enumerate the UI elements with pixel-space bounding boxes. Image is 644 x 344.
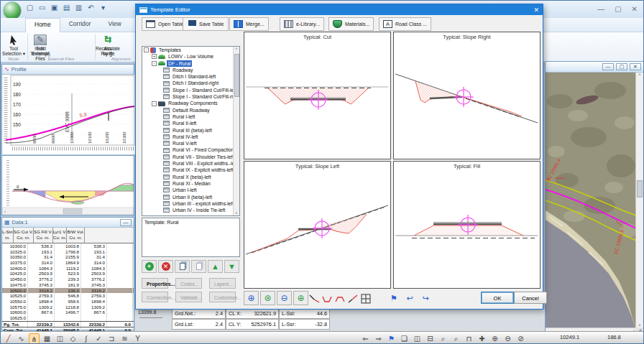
e-library-button[interactable]: e-Library...	[280, 17, 324, 31]
lock-icon[interactable]: ⊓	[464, 333, 474, 344]
tree-item-roadway[interactable]: Roadway	[142, 67, 239, 73]
cross-section-view-icon[interactable]: ⋔	[29, 333, 40, 344]
minimize-button[interactable]: —	[597, 5, 604, 13]
tree-item[interactable]: Rural VI - Fixed Compaction-left	[142, 147, 239, 153]
preview-pane-cut[interactable]: Typical: Cut	[244, 32, 391, 159]
tree-item[interactable]: Rural XI - Median	[142, 180, 239, 187]
table-row[interactable]: 10600.0 867.6 1496.7 867.6	[2, 310, 134, 315]
plan-map-view[interactable]: BC 10581.4 EC 10935.9	[546, 73, 636, 327]
paste-button[interactable]	[191, 260, 206, 273]
table-row[interactable]: 10325.0 193.1 1796.8 193.1	[2, 249, 134, 255]
preview-pane-slope-left[interactable]: Typical: Slope Left	[244, 161, 391, 289]
tree-item[interactable]: Rural IX - Explicit widths-left	[142, 167, 239, 173]
back-icon[interactable]: ⇐	[360, 333, 371, 344]
tree-item[interactable]: Slope I - Standard Cut/Fill-left	[142, 87, 239, 93]
zoom-window-icon[interactable]: ⌕	[438, 333, 448, 344]
tree-item[interactable]: Ditch I Standard-right	[142, 80, 239, 86]
tree-item[interactable]: Default Roadway	[142, 107, 239, 113]
culvert-icon[interactable]: ✓	[93, 333, 104, 344]
map-window-titlebar[interactable]: — ▢ ✕	[546, 62, 643, 73]
tree-item[interactable]: Urban I-left	[142, 187, 239, 193]
map-maximize-button[interactable]: ▢	[616, 63, 627, 70]
template-description[interactable]: Template: Rural	[142, 218, 240, 257]
profile-view-icon[interactable]: ∿	[16, 333, 27, 344]
save-table-button[interactable]: Save Table	[183, 17, 229, 31]
tree-vscrollbar[interactable]: ˄˅	[233, 47, 239, 215]
layers-button[interactable]: Layers...	[209, 278, 236, 289]
properties-button[interactable]: Properties...	[142, 278, 168, 289]
table-row[interactable]: 10450.0 3776.2 239.3 3776.2	[2, 276, 134, 282]
tree-item-lowv[interactable]: + LOWV - Low Volume	[142, 53, 239, 60]
zoom-out-icon[interactable]: ⊖	[502, 333, 513, 344]
connection-button[interactable]: Connection...	[142, 292, 168, 302]
feature-tree-icon[interactable]: Y	[132, 333, 143, 344]
table-row[interactable]: 10525.0 2759.3 546.8 2759.3	[2, 293, 134, 299]
tree-item[interactable]: Rural III (beta)-left	[142, 127, 239, 134]
tree-item-df-rural[interactable]: - DF - Rural	[142, 60, 239, 67]
profile-chart[interactable]: 190 180 170 160 150 EVC 9988 5.3 9800 99…	[2, 75, 135, 154]
tree-item[interactable]: Rural VIII - Explicit widths.-left	[142, 160, 239, 167]
cancel-button[interactable]: Cancel	[514, 292, 547, 304]
tree-expander[interactable]: -	[152, 61, 157, 66]
tab-view[interactable]: View	[99, 18, 129, 32]
open-table-button[interactable]: Open Table	[142, 17, 188, 31]
materials-button[interactable]: Materials...	[328, 17, 374, 31]
tree-item[interactable]: Ditch I Standard-left	[142, 73, 239, 80]
zoom-in-icon[interactable]: ⊕	[244, 291, 259, 305]
table-row[interactable]: 10500.0 3318.2 236.0 3318.2	[2, 288, 134, 294]
close-button[interactable]: ✕	[632, 5, 638, 13]
tree-item-roadway-components[interactable]: - Roadway Components	[142, 100, 239, 106]
map-close-button[interactable]: ✕	[630, 63, 641, 70]
zoom-window-icon[interactable]: ⊕	[293, 291, 308, 305]
data-window-titlebar[interactable]: ▦ Data:1 —	[2, 218, 134, 228]
map-minimize-button[interactable]: —	[602, 63, 614, 70]
table-row[interactable]: 10625.0	[2, 315, 134, 321]
tab-home[interactable]: Home	[25, 18, 60, 32]
tool-selection-button[interactable]: Tool Selection ▾	[1, 34, 26, 56]
customize-button[interactable]: Customize...	[209, 292, 236, 302]
assign-by-range-button[interactable]: Ass by R	[96, 34, 120, 56]
profile-window-titlebar[interactable]: ∿ Profile	[2, 65, 134, 75]
scroll-up-arrow-icon[interactable]: ˄	[636, 73, 643, 77]
move-up-button[interactable]: ▲	[208, 260, 223, 273]
codes-button[interactable]: Codes...	[175, 278, 202, 289]
maximize-button[interactable]: ▢	[615, 5, 621, 13]
fill-slope-tool-icon[interactable]	[347, 293, 359, 307]
tree-item[interactable]: Rural I-left	[142, 113, 239, 120]
zoom-out-icon[interactable]: ⊖	[277, 291, 292, 305]
tree-item-templates[interactable]: - Templates	[142, 47, 239, 53]
scroll-left-arrow-icon[interactable]: ‹	[4, 209, 6, 213]
tree-item[interactable]: Rural IV-left	[142, 134, 239, 140]
flag-icon[interactable]: ⚑	[386, 333, 397, 344]
zoom-in-icon[interactable]: ⊕	[489, 333, 500, 344]
flag-point-icon[interactable]: ⚑	[387, 292, 400, 304]
move-down-button[interactable]: ▼	[224, 260, 239, 273]
undo-icon[interactable]: ↶	[86, 3, 96, 12]
previous-connection-icon[interactable]: ↩	[403, 292, 416, 304]
dialog-close-icon[interactable]: ✕	[533, 6, 539, 14]
tree-item[interactable]: Rural II-left	[142, 120, 239, 126]
table-row[interactable]: 10350.0 31.4 2155.9 31.4	[2, 254, 134, 260]
print-icon[interactable]: ▤	[62, 3, 71, 12]
tab-corridor[interactable]: Corridor	[60, 18, 100, 32]
table-row[interactable]: 10300.0 538.3 1003.8 538.3	[2, 243, 134, 249]
validate-button[interactable]: Validate...	[175, 292, 202, 302]
cascade-windows-icon[interactable]: ❏	[399, 333, 410, 344]
delete-template-button[interactable]: ✕	[158, 260, 173, 273]
tree-item[interactable]: Rural VII - Shoulder Ties-left	[142, 154, 239, 160]
open-file-icon[interactable]: ▭	[37, 3, 47, 12]
mass-haul-view[interactable]: 0 ‹	[2, 156, 134, 215]
tree-item[interactable]: Slope I - Standard Cut/Fill-right	[142, 93, 239, 100]
pan-icon[interactable]: ✚	[477, 333, 487, 344]
mass-haul-icon[interactable]: ⊐	[106, 333, 117, 344]
tree-item[interactable]: Urban IV - Inside Tie-left	[142, 207, 239, 213]
tree-expander[interactable]: -	[144, 47, 149, 52]
merge-button[interactable]: Merge...	[229, 17, 269, 31]
slope-tool-icon[interactable]	[308, 293, 320, 307]
preview-pane-slope-right[interactable]: Typical: Slope Right	[393, 32, 540, 159]
tile-horizontal-icon[interactable]: ⊟	[425, 333, 436, 344]
map-vscrollbar[interactable]: ˄ ˅	[635, 73, 643, 327]
tree-item[interactable]: Urban II (beta)-left	[142, 194, 239, 200]
edit-external-files-button[interactable]: Edit External Files	[28, 34, 52, 61]
add-template-button[interactable]: +	[142, 260, 157, 273]
